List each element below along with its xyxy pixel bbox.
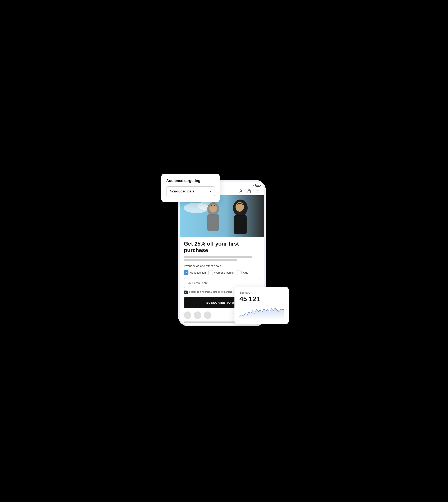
wifi-icon: ∿ — [252, 184, 254, 187]
checkbox-group: Mens fashion Womens fashion Kids — [184, 270, 260, 275]
svg-rect-10 — [207, 214, 219, 231]
svg-point-0 — [240, 190, 241, 191]
bag-icon[interactable] — [247, 189, 252, 194]
offer-title: Get 25% off your first purchase — [184, 241, 260, 254]
signal-bar-3 — [249, 184, 249, 187]
interests-label: I want news and offers about... — [184, 264, 260, 268]
checkbox-womens-fashion[interactable]: Womens fashion — [208, 270, 234, 275]
svg-point-11 — [209, 204, 217, 212]
user-icon[interactable] — [238, 189, 243, 194]
description-placeholder — [184, 256, 260, 261]
audience-dropdown[interactable]: Non-subscribers ▾ — [166, 186, 215, 196]
audience-targeting-card: Audience targeting Non-subscribers ▾ — [161, 174, 220, 202]
checkbox-kids-box[interactable] — [237, 270, 241, 275]
checkbox-mens-fashion[interactable]: Mens fashion — [184, 270, 206, 275]
email-input[interactable] — [184, 278, 260, 288]
audience-card-title: Audience targeting — [166, 179, 215, 183]
hamburger-menu-icon[interactable] — [255, 189, 260, 194]
signups-card: Signups 45 121 — [234, 287, 289, 324]
social-icon-1[interactable] — [184, 311, 191, 319]
chevron-down-icon: ▾ — [210, 190, 211, 193]
signal-bar-2 — [248, 185, 248, 187]
signups-chart — [240, 305, 284, 320]
checkbox-mens-fashion-box[interactable] — [184, 270, 189, 275]
checkbox-kids[interactable]: Kids — [237, 270, 248, 275]
svg-rect-1 — [248, 190, 251, 193]
agree-text: I agree to my personal data being handle… — [189, 290, 236, 293]
social-icon-2[interactable] — [194, 311, 201, 319]
main-scene: Audience targeting Non-subscribers ▾ ∿ — [161, 167, 287, 335]
svg-rect-13 — [234, 215, 247, 234]
checkbox-womens-fashion-label: Womens fashion — [214, 271, 234, 274]
battery-icon — [255, 184, 260, 187]
checkbox-womens-fashion-box[interactable] — [208, 270, 213, 275]
agree-checkbox[interactable] — [184, 291, 188, 294]
signups-label: Signups — [240, 291, 284, 294]
checkbox-kids-label: Kids — [243, 271, 248, 274]
placeholder-line-1 — [184, 256, 253, 258]
signal-bar-1 — [247, 186, 247, 187]
social-icon-3[interactable] — [204, 311, 211, 319]
placeholder-line-2 — [184, 259, 237, 261]
signups-number: 45 121 — [240, 295, 284, 303]
dropdown-selected-value: Non-subscribers — [170, 190, 194, 193]
signal-bar-4 — [250, 184, 250, 187]
checkbox-mens-fashion-label: Mens fashion — [190, 271, 206, 274]
signal-icon — [247, 184, 250, 187]
battery-fill — [256, 185, 259, 186]
